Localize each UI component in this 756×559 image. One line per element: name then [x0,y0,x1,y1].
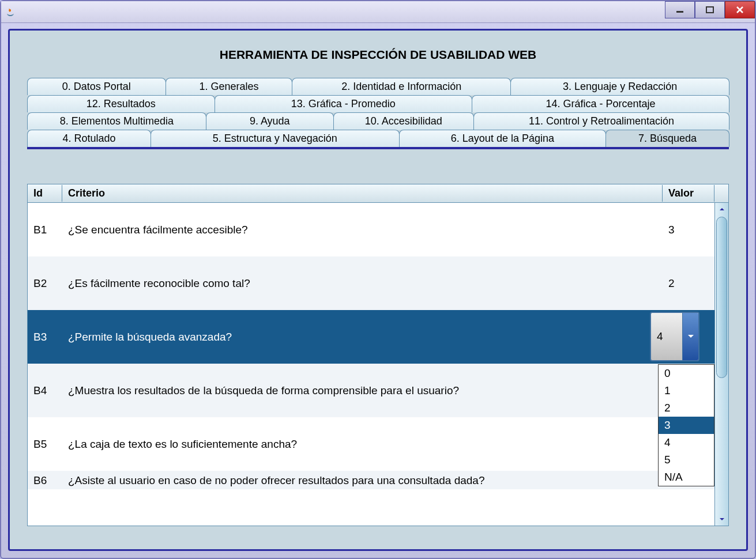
content-area: Id Criterio Valor B1 ¿Se encuentra fácil… [27,184,729,526]
close-button[interactable] [725,1,755,18]
table-body: B1 ¿Se encuentra fácilmente accesible? 3… [28,203,728,526]
dropdown-option-highlighted[interactable]: 3 [659,417,714,434]
app-panel: HERRAMIENTA DE INSPECCIÓN DE USABILIDAD … [8,29,748,551]
tab-grafica-promedio[interactable]: 13. Gráfica - Promedio [215,95,472,112]
table-row[interactable]: B1 ¿Se encuentra fácilmente accesible? 3 [28,203,714,256]
cell-id: B2 [28,277,62,290]
dropdown-option[interactable]: 5 [659,451,714,469]
cell-id: B3 [28,331,62,343]
cell-criterio: ¿Muestra los resultados de la búsqueda d… [62,384,663,397]
maximize-button[interactable] [695,1,725,18]
scroll-down-button[interactable] [715,513,728,526]
cell-valor[interactable]: 2 [663,277,714,290]
valor-combobox[interactable]: 4 [650,312,699,361]
table-row[interactable]: B5 ¿La caja de texto es lo suficientemen… [28,417,714,471]
tab-layout[interactable]: 6. Layout de la Página [399,130,606,147]
vertical-scrollbar[interactable] [714,203,728,526]
title-bar[interactable] [1,1,755,23]
cell-id: B6 [28,474,62,487]
dropdown-option[interactable]: 0 [659,365,714,382]
criteria-table: Id Criterio Valor B1 ¿Se encuentra fácil… [27,184,729,526]
col-header-id[interactable]: Id [28,185,62,202]
minimize-button[interactable] [665,1,695,18]
chevron-down-icon [687,334,694,339]
tab-generales[interactable]: 1. Generales [166,78,293,95]
svg-rect-1 [706,7,713,13]
tab-multimedia[interactable]: 8. Elementos Multimedia [27,112,206,130]
table-row[interactable]: B4 ¿Muestra los resultados de la búsqued… [28,364,714,417]
dropdown-option[interactable]: 1 [659,382,714,399]
col-header-scroll [714,191,728,196]
cell-criterio: ¿Asiste al usuario en caso de no poder o… [62,474,663,487]
cell-valor[interactable]: 3 [663,224,714,236]
chevron-up-icon [719,207,725,211]
tab-accesibilidad[interactable]: 10. Accesibilidad [333,112,474,130]
combo-value: 4 [657,330,663,343]
col-header-criterio[interactable]: Criterio [62,185,663,202]
window-controls [665,1,755,18]
cell-id: B5 [28,438,62,451]
dropdown-option[interactable]: N/A [659,469,714,486]
tab-grafica-porcentaje[interactable]: 14. Gráfica - Porcentaje [472,95,729,112]
window-frame: HERRAMIENTA DE INSPECCIÓN DE USABILIDAD … [0,0,756,559]
scroll-up-button[interactable] [715,203,728,216]
table-row[interactable]: B2 ¿Es fácilmente reconocible como tal? … [28,256,714,310]
cell-criterio: ¿Es fácilmente reconocible como tal? [62,277,663,290]
tab-container: 0. Datos Portal 1. Generales 2. Identida… [27,78,729,149]
tab-lenguaje[interactable]: 3. Lenguaje y Redacción [510,78,729,95]
java-icon [5,6,16,18]
tab-ayuda[interactable]: 9. Ayuda [206,112,334,130]
tab-busqueda[interactable]: 7. Búsqueda [605,130,729,147]
tab-rotulado[interactable]: 4. Rotulado [27,130,151,147]
tab-control[interactable]: 11. Control y Retroalimentación [473,112,729,130]
dropdown-option[interactable]: 4 [659,434,714,451]
tab-resultados[interactable]: 12. Resultados [27,95,215,112]
cell-id: B4 [28,384,62,397]
svg-rect-0 [676,11,683,13]
chevron-down-icon [719,517,725,522]
cell-criterio: ¿Se encuentra fácilmente accesible? [62,224,663,236]
col-header-valor[interactable]: Valor [663,185,714,202]
table-row[interactable]: B6 ¿Asiste al usuario en caso de no pode… [28,471,714,489]
cell-criterio: ¿Permite la búsqueda avanzada? [62,331,663,343]
cell-criterio: ¿La caja de texto es lo suficientemente … [62,438,663,451]
tab-underline [27,147,729,149]
dropdown-option[interactable]: 2 [659,399,714,417]
scroll-thumb[interactable] [716,217,727,378]
cell-id: B1 [28,224,62,236]
table-row-selected[interactable]: B3 ¿Permite la búsqueda avanzada? 4 [28,310,714,364]
tab-datos-portal[interactable]: 0. Datos Portal [27,78,166,95]
table-header: Id Criterio Valor [28,184,728,203]
tab-identidad[interactable]: 2. Identidad e Información [292,78,511,95]
app-title: HERRAMIENTA DE INSPECCIÓN DE USABILIDAD … [27,48,729,62]
valor-dropdown-list[interactable]: 0 1 2 3 4 5 N/A [658,364,714,486]
tab-estructura[interactable]: 5. Estructura y Navegación [151,130,400,147]
combo-dropdown-button[interactable] [682,313,698,360]
